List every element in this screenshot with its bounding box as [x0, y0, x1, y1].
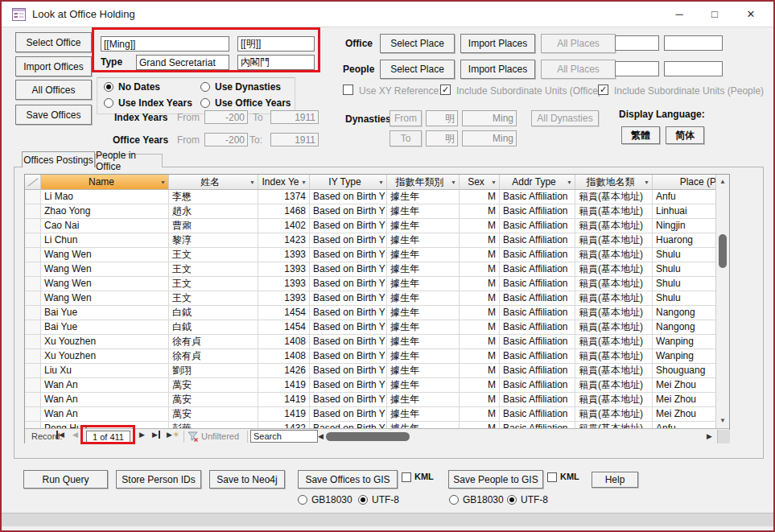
cell-name[interactable]: Wan An: [41, 378, 169, 393]
maximize-button[interactable]: □: [697, 2, 732, 27]
use-index-years-radio[interactable]: [104, 98, 113, 108]
index-from-field[interactable]: -200: [204, 110, 248, 124]
row-selector[interactable]: [25, 335, 41, 349]
cell-iy-type[interactable]: Based on Birth Y: [310, 320, 387, 335]
cell-name-zh[interactable]: 白鉞: [169, 306, 258, 320]
cell-addr-type[interactable]: Basic Affiliation: [500, 233, 575, 248]
cell-iy-type[interactable]: Based on Birth Y: [310, 277, 387, 291]
row-selector[interactable]: [25, 320, 41, 335]
dynasty-from-button[interactable]: From: [390, 110, 422, 126]
cell-sex[interactable]: M: [460, 277, 500, 291]
column-dropdown-icon[interactable]: ▼: [644, 179, 649, 185]
column-dropdown-icon[interactable]: ▼: [567, 179, 572, 185]
cell-addr-type[interactable]: Basic Affiliation: [500, 204, 575, 219]
cell-place[interactable]: Anfu: [653, 422, 717, 428]
cell-iy-type-zh[interactable]: 據生年: [387, 233, 460, 248]
cell-name-zh[interactable]: 徐有貞: [169, 349, 258, 364]
row-selector[interactable]: [25, 291, 41, 306]
cell-addr-type-zh[interactable]: 籍貫(基本地址): [575, 364, 653, 378]
cell-iy-type-zh[interactable]: 據生年: [387, 349, 460, 364]
cell-name-zh[interactable]: 王文: [169, 291, 258, 306]
column-dropdown-icon[interactable]: ▼: [451, 179, 456, 185]
cell-index-year[interactable]: 1393: [258, 291, 310, 306]
cell-place[interactable]: Shouguang: [653, 364, 717, 378]
cell-iy-type[interactable]: Based on Birth Y: [310, 306, 387, 320]
people-all-places-button[interactable]: All Places: [541, 60, 616, 79]
cell-index-year[interactable]: 1468: [258, 204, 310, 219]
index-to-field[interactable]: 1911: [270, 110, 319, 124]
cell-sex[interactable]: M: [460, 262, 500, 277]
cell-place[interactable]: Shulu: [653, 291, 717, 306]
office-all-places-button[interactable]: All Places: [541, 34, 616, 53]
cell-iy-type-zh[interactable]: 據生年: [387, 320, 460, 335]
subordinate-people-checkbox[interactable]: ✓: [598, 85, 608, 95]
row-selector[interactable]: [25, 248, 41, 262]
cell-addr-type[interactable]: Basic Affiliation: [500, 349, 575, 364]
cell-name[interactable]: Xu Youzhen: [41, 335, 169, 349]
all-dynasties-button[interactable]: All Dynasties: [531, 110, 599, 126]
cell-iy-type-zh[interactable]: 據生年: [387, 422, 460, 428]
people-place-field-2[interactable]: [664, 61, 723, 76]
last-record-button[interactable]: ▶: [152, 431, 160, 439]
cell-place[interactable]: Huarong: [653, 233, 717, 248]
cell-name[interactable]: Li Chun: [41, 233, 169, 248]
offices-utf8-radio[interactable]: [358, 495, 368, 505]
cell-name[interactable]: Bai Yue: [41, 320, 169, 335]
cell-iy-type-zh[interactable]: 據生年: [387, 219, 460, 233]
cell-index-year[interactable]: 1454: [258, 306, 310, 320]
column-header-addr-type[interactable]: Addr Type▼: [500, 175, 575, 190]
cell-addr-type-zh[interactable]: 籍貫(基本地址): [575, 190, 653, 204]
cell-iy-type-zh[interactable]: 據生年: [387, 378, 460, 393]
cell-place[interactable]: Wanping: [653, 335, 717, 349]
cell-addr-type[interactable]: Basic Affiliation: [500, 393, 575, 407]
cell-iy-type[interactable]: Based on Birth Y: [310, 248, 387, 262]
cell-index-year[interactable]: 1419: [258, 407, 310, 422]
cell-iy-type-zh[interactable]: 據生年: [387, 291, 460, 306]
dynasty-to-en-field[interactable]: Ming: [462, 130, 517, 146]
row-selector[interactable]: [25, 233, 41, 248]
cell-iy-type[interactable]: Based on Birth Y: [310, 262, 387, 277]
select-all-corner[interactable]: [25, 175, 41, 190]
cell-iy-type[interactable]: Based on Birth Y: [310, 393, 387, 407]
cell-iy-type[interactable]: Based on Birth Y: [310, 378, 387, 393]
close-button[interactable]: ✕: [733, 2, 769, 27]
no-dates-radio[interactable]: [104, 82, 113, 92]
cell-iy-type[interactable]: Based on Birth Y: [310, 364, 387, 378]
cell-addr-type-zh[interactable]: 籍貫(基本地址): [575, 291, 653, 306]
cell-index-year[interactable]: 1423: [258, 233, 310, 248]
office-to-field[interactable]: 1911: [270, 133, 319, 146]
cell-index-year[interactable]: 1432: [258, 422, 310, 428]
cell-iy-type[interactable]: Based on Birth Y: [310, 422, 387, 428]
cell-addr-type[interactable]: Basic Affiliation: [500, 248, 575, 262]
cell-addr-type-zh[interactable]: 籍貫(基本地址): [575, 277, 653, 291]
tab-offices-postings[interactable]: Offices Postings: [22, 151, 95, 167]
scroll-down-icon[interactable]: ▼: [716, 414, 729, 427]
column-dropdown-icon[interactable]: ▼: [491, 179, 497, 185]
cell-name-zh[interactable]: 王文: [169, 248, 258, 262]
cell-addr-type-zh[interactable]: 籍貫(基本地址): [575, 349, 653, 364]
cell-iy-type[interactable]: Based on Birth Y: [310, 407, 387, 422]
cell-addr-type[interactable]: Basic Affiliation: [500, 190, 575, 204]
cell-addr-type[interactable]: Basic Affiliation: [500, 378, 575, 393]
cell-iy-type-zh[interactable]: 據生年: [387, 248, 460, 262]
cell-index-year[interactable]: 1419: [258, 393, 310, 407]
cell-addr-type-zh[interactable]: 籍貫(基本地址): [575, 248, 653, 262]
row-selector[interactable]: [25, 306, 41, 320]
hscroll-right-icon[interactable]: ▶: [707, 432, 712, 440]
filter-icon[interactable]: [188, 431, 199, 442]
cell-addr-type-zh[interactable]: 籍貫(基本地址): [575, 219, 653, 233]
cell-iy-type[interactable]: Based on Birth Y: [310, 291, 387, 306]
use-office-years-radio[interactable]: [200, 98, 210, 108]
cell-addr-type[interactable]: Basic Affiliation: [500, 320, 575, 335]
cell-name-zh[interactable]: 曹鼐: [169, 219, 258, 233]
kml-offices-checkbox[interactable]: [402, 472, 411, 482]
column-dropdown-icon[interactable]: ▼: [301, 179, 307, 185]
save-offices-to-gis-button[interactable]: Save Offices to GIS: [298, 470, 398, 489]
column-dropdown-icon[interactable]: ▼: [249, 179, 255, 185]
minimize-button[interactable]: ─: [662, 2, 697, 27]
cell-addr-type-zh[interactable]: 籍貫(基本地址): [575, 262, 653, 277]
vertical-scrollbar-thumb[interactable]: [719, 234, 727, 268]
traditional-chinese-button[interactable]: 繁體: [621, 126, 660, 144]
cell-addr-type-zh[interactable]: 籍貫(基本地址): [575, 335, 653, 349]
cell-name-zh[interactable]: 萬安: [169, 407, 258, 422]
